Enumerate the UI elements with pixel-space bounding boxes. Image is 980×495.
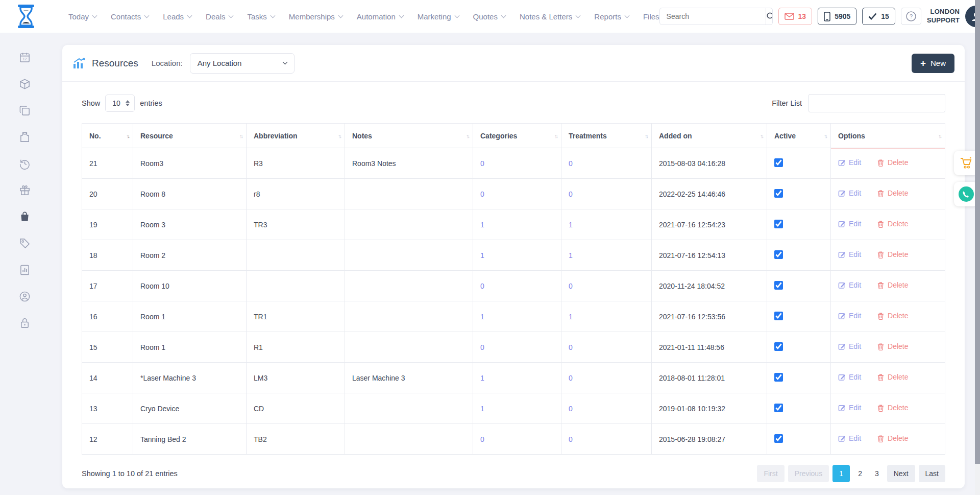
- shopping-bag-icon[interactable]: [18, 210, 31, 223]
- search-button[interactable]: [766, 8, 773, 25]
- delete-button[interactable]: Delete: [877, 189, 908, 197]
- delete-button[interactable]: Delete: [877, 342, 908, 350]
- pagination-last[interactable]: Last: [919, 465, 945, 482]
- phone-notifications-button[interactable]: 5905: [818, 8, 856, 25]
- pagination-page-1[interactable]: 1: [832, 465, 850, 482]
- pagination-page-2[interactable]: 2: [853, 465, 867, 482]
- nav-item-files[interactable]: Files: [643, 12, 659, 21]
- delete-button[interactable]: Delete: [877, 281, 908, 289]
- edit-button[interactable]: Edit: [838, 342, 861, 350]
- edit-button[interactable]: Edit: [838, 312, 861, 320]
- app-logo-hourglass-icon[interactable]: [15, 4, 37, 29]
- column-header-notes[interactable]: Notes↑↓: [345, 124, 473, 148]
- column-header-active[interactable]: Active↑↓: [767, 124, 831, 148]
- nav-item-quotes[interactable]: Quotes: [473, 12, 505, 21]
- active-checkbox[interactable]: [774, 158, 783, 167]
- treatments-count-link[interactable]: 0: [561, 393, 652, 424]
- edit-button[interactable]: Edit: [838, 250, 861, 258]
- copy-icon[interactable]: [18, 104, 31, 116]
- categories-count-link[interactable]: 0: [473, 148, 561, 179]
- gift-icon[interactable]: [18, 184, 31, 196]
- history-icon[interactable]: [18, 157, 31, 170]
- tasks-done-button[interactable]: 15: [862, 8, 895, 25]
- support-icon[interactable]: [18, 290, 31, 302]
- delete-button[interactable]: Delete: [877, 373, 908, 381]
- categories-count-link[interactable]: 0: [473, 271, 561, 301]
- edit-button[interactable]: Edit: [838, 158, 861, 167]
- delete-button[interactable]: Delete: [877, 312, 908, 320]
- nav-item-tasks[interactable]: Tasks: [247, 12, 274, 21]
- nav-item-memberships[interactable]: Memberships: [289, 12, 342, 21]
- nav-item-today[interactable]: Today: [68, 12, 96, 21]
- nav-item-contacts[interactable]: Contacts: [111, 12, 149, 21]
- edit-button[interactable]: Edit: [838, 373, 861, 381]
- package-icon[interactable]: [18, 78, 31, 90]
- active-checkbox[interactable]: [774, 220, 783, 228]
- pagination-next[interactable]: Next: [887, 465, 915, 482]
- column-header-treatments[interactable]: Treatments↑↓: [561, 124, 652, 148]
- nav-item-leads[interactable]: Leads: [163, 12, 191, 21]
- mail-notifications-button[interactable]: 13: [778, 8, 813, 25]
- pagination-previous[interactable]: Previous: [788, 465, 829, 482]
- active-checkbox[interactable]: [774, 281, 783, 290]
- active-checkbox[interactable]: [774, 189, 783, 198]
- categories-count-link[interactable]: 0: [473, 424, 561, 455]
- categories-count-link[interactable]: 1: [473, 393, 561, 424]
- active-checkbox[interactable]: [774, 342, 783, 351]
- help-button[interactable]: ?: [901, 8, 921, 25]
- categories-count-link[interactable]: 1: [473, 301, 561, 332]
- delete-button[interactable]: Delete: [877, 404, 908, 412]
- pagination-page-3[interactable]: 3: [870, 465, 884, 482]
- treatments-count-link[interactable]: 0: [561, 148, 652, 179]
- delete-button[interactable]: Delete: [877, 220, 908, 228]
- active-checkbox[interactable]: [774, 434, 783, 443]
- treatments-count-link[interactable]: 0: [561, 271, 652, 301]
- delete-button[interactable]: Delete: [877, 250, 908, 258]
- nav-item-deals[interactable]: Deals: [206, 12, 233, 21]
- treatments-count-link[interactable]: 1: [561, 240, 652, 271]
- call-fab[interactable]: [954, 182, 978, 206]
- treatments-count-link[interactable]: 0: [561, 424, 652, 455]
- report-icon[interactable]: [18, 264, 31, 276]
- column-header-resource[interactable]: Resource↑↓: [133, 124, 247, 148]
- active-checkbox[interactable]: [774, 250, 783, 259]
- active-checkbox[interactable]: [774, 404, 783, 412]
- treatments-count-link[interactable]: 0: [561, 363, 652, 393]
- active-checkbox[interactable]: [774, 312, 783, 320]
- nav-item-automation[interactable]: Automation: [357, 12, 403, 21]
- treatments-count-link[interactable]: 1: [561, 301, 652, 332]
- uniform-icon[interactable]: [18, 131, 31, 143]
- column-header-no[interactable]: No.↑↓: [82, 124, 133, 148]
- column-header-categories[interactable]: Categories↑↓: [473, 124, 561, 148]
- edit-button[interactable]: Edit: [838, 189, 861, 197]
- pagination-first[interactable]: First: [757, 465, 784, 482]
- tag-icon[interactable]: [18, 237, 31, 249]
- edit-button[interactable]: Edit: [838, 434, 861, 442]
- vertical-scrollbar[interactable]: [975, 0, 980, 495]
- calendar-icon[interactable]: 12: [18, 51, 31, 63]
- edit-button[interactable]: Edit: [838, 281, 861, 289]
- treatments-count-link[interactable]: 0: [561, 332, 652, 363]
- edit-button[interactable]: Edit: [838, 220, 861, 228]
- categories-count-link[interactable]: 0: [473, 179, 561, 209]
- categories-count-link[interactable]: 1: [473, 209, 561, 240]
- scrollbar-thumb[interactable]: [975, 0, 980, 464]
- filter-input[interactable]: [808, 94, 945, 112]
- nav-item-notes-letters[interactable]: Notes & Letters: [520, 12, 580, 21]
- treatments-count-link[interactable]: 0: [561, 179, 652, 209]
- column-header-added-on[interactable]: Added on↑↓: [652, 124, 767, 148]
- nav-item-marketing[interactable]: Marketing: [418, 12, 459, 21]
- lock-icon[interactable]: [18, 317, 31, 329]
- active-checkbox[interactable]: [774, 373, 783, 382]
- categories-count-link[interactable]: 1: [473, 240, 561, 271]
- nav-item-reports[interactable]: Reports: [594, 12, 629, 21]
- cart-fab[interactable]: [954, 151, 978, 175]
- search-input[interactable]: [660, 12, 766, 20]
- column-header-abbreviation[interactable]: Abbreviation↑↓: [247, 124, 345, 148]
- column-header-options[interactable]: Options↑↓: [831, 124, 945, 148]
- edit-button[interactable]: Edit: [838, 404, 861, 412]
- page-size-select[interactable]: 10: [105, 95, 135, 112]
- delete-button[interactable]: Delete: [877, 158, 908, 167]
- location-select[interactable]: Any Location: [190, 53, 295, 74]
- new-button[interactable]: + New: [912, 54, 954, 73]
